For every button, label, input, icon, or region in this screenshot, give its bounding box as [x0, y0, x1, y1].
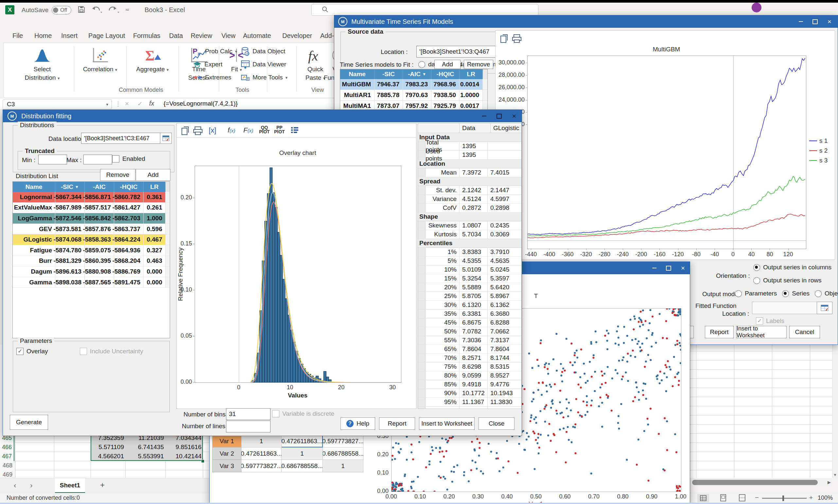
ribbon-tab-developer[interactable]: Developer — [282, 32, 312, 39]
copula-minimize-icon[interactable] — [649, 264, 659, 272]
generate-button[interactable]: Generate — [10, 415, 48, 430]
discrete-checkbox[interactable]: Variable is discrete — [272, 410, 334, 417]
sheet-prev-icon[interactable]: ‹ — [14, 482, 16, 490]
include-uncertainty-box[interactable] — [80, 348, 87, 355]
zoom-slider[interactable] — [762, 498, 807, 499]
dist-table-row-gev[interactable]: GEV-5873.581-5857.876-5863.7370.596 — [13, 224, 170, 235]
zoom-out-icon[interactable]: − — [755, 494, 759, 501]
fit-remove-button[interactable]: Remove — [100, 169, 135, 181]
mv-orient-rows-circle[interactable] — [753, 277, 760, 284]
mv-models-table[interactable]: Name-SIC-AIC▼-HQICLRMultiGBM7946.377983.… — [340, 69, 488, 112]
ribbon-tab-automate[interactable]: Automate — [243, 32, 271, 39]
ribbon-button-expert[interactable]: Expert — [193, 59, 223, 70]
dist-table-row-loggamma[interactable]: LogGamma-5872.546-5856.842-5862.7031.000 — [13, 213, 170, 224]
ribbon-button-select-distribution[interactable]: SelectDistribution ▾ — [21, 46, 64, 85]
models-table-row[interactable]: MultiGBM7946.377983.237968.960.0014 — [340, 79, 487, 90]
ribbon-button-data-object[interactable]: @Data Object — [241, 46, 285, 56]
dist-column-header-LR[interactable]: LR — [144, 182, 165, 192]
horizontal-scrollbar[interactable]: ▶ — [689, 479, 832, 486]
enter-formula-icon[interactable]: ✓ — [137, 100, 143, 108]
mv-insert-button[interactable]: Insert to Worksheet — [736, 326, 787, 338]
bins-input[interactable]: 31 — [226, 408, 270, 420]
autosave-toggle[interactable]: Off — [52, 6, 71, 14]
distribution-table[interactable]: Name-SIC▼-AIC-HQICLRLognormal-5867.344-5… — [13, 181, 170, 338]
dist-column-header-Name[interactable]: Name — [13, 182, 55, 192]
overlay-checkbox-box[interactable]: ✓ — [16, 348, 23, 355]
mv-radio-rows-circle[interactable] — [418, 61, 425, 68]
corr-cell[interactable]: 0.686788558... — [323, 448, 363, 460]
overlay-checkbox[interactable]: ✓ Overlay — [16, 348, 48, 355]
ribbon-tab-review[interactable]: Review — [191, 32, 212, 39]
row-header-468[interactable]: 468 — [0, 461, 14, 470]
sheet-tab-sheet1[interactable]: Sheet1 — [55, 478, 85, 493]
cell-value[interactable]: 5.571109 — [91, 443, 124, 452]
search-box[interactable] — [311, 4, 538, 16]
cell-value[interactable]: 6.741435 — [125, 443, 164, 452]
add-sheet-icon[interactable]: + — [100, 481, 105, 490]
mv-labels-checkbox[interactable]: ✓ Labels — [756, 317, 784, 325]
models-column-header-SIC[interactable]: -SIC — [374, 69, 403, 79]
sheet-next-icon[interactable]: › — [30, 482, 32, 490]
fit-dialog-titlebar[interactable]: M Distribution fitting × — [3, 110, 522, 122]
mv-output-mode-series[interactable]: Series — [782, 290, 809, 297]
mv-add-button[interactable]: Add — [434, 60, 460, 69]
fit-maximize-icon[interactable] — [494, 112, 504, 120]
corr-cell[interactable]: 0.597773827... — [241, 460, 282, 472]
dist-table-row-burr[interactable]: Burr-5881.329-5860.395-5868.2040.463 — [13, 256, 170, 267]
name-box[interactable]: C3 ▾ — [3, 100, 112, 109]
dist-table-row-fatigue[interactable]: Fatigue-5874.780-5859.075-5864.9360.327 — [13, 245, 170, 256]
insert-function-icon[interactable]: fx — [149, 100, 154, 107]
mv-output-mode-circle[interactable] — [735, 290, 742, 297]
cell-value[interactable]: 5.553991 — [125, 452, 164, 461]
legend-list-icon[interactable] — [291, 126, 299, 134]
ribbon-tab-pagelayout[interactable]: Page Layout — [88, 32, 125, 39]
dist-column-header-HQIC[interactable]: -HQIC — [114, 182, 144, 192]
formula-menu-icon[interactable]: ⋮ — [115, 100, 121, 108]
corr-cell[interactable]: 0.597773827... — [323, 435, 363, 448]
formula-content[interactable]: {=VoseLognormal(7.4,2.1)} — [163, 100, 238, 107]
models-column-header-HQIC[interactable]: -HQIC — [432, 69, 459, 79]
ribbon-tab-insert[interactable]: Insert — [61, 32, 77, 39]
discrete-checkbox-box[interactable] — [272, 410, 279, 417]
cdf-view-icon[interactable]: F(x) — [243, 126, 253, 134]
fit-close-button[interactable]: Close — [478, 417, 514, 430]
dist-table-row-lognormal[interactable]: Lognormal-5867.344-5856.871-5860.7820.36… — [13, 192, 170, 203]
mv-close-icon[interactable]: × — [825, 18, 834, 25]
dist-table-row-extvaluemax[interactable]: ExtValueMax-5867.989-5857.517-5861.4270.… — [13, 203, 170, 213]
correlation-table[interactable]: Var 110.472611863...0.597773827...Var 20… — [212, 435, 363, 472]
zoom-in-icon[interactable]: + — [809, 494, 813, 501]
cell-value[interactable]: 4.566201 — [91, 452, 124, 461]
min-input[interactable] — [38, 155, 67, 164]
fit-help-button[interactable]: ? Help — [341, 417, 375, 430]
cell-value[interactable]: 9.851616 — [165, 443, 202, 452]
corr-row-header[interactable]: Var 2 — [212, 448, 241, 460]
corr-cell[interactable]: 0.686788558... — [282, 460, 323, 472]
fit-minimize-icon[interactable] — [479, 112, 489, 120]
mv-output-mode-object[interactable]: Object — [815, 290, 838, 297]
dist-table-row-gamma[interactable]: Gamma-5898.038-5887.565-5891.4750.000 — [13, 277, 170, 288]
mv-output-mode-circle[interactable] — [782, 290, 789, 297]
pp-plot-icon[interactable]: PPPlOT — [274, 126, 285, 134]
corr-cell[interactable]: 1 — [323, 460, 363, 472]
view-pagelayout-icon[interactable] — [720, 494, 727, 502]
mv-report-button[interactable]: Report — [705, 326, 734, 338]
ribbon-tab-view[interactable]: View — [222, 32, 235, 39]
copy-chart-icon[interactable] — [500, 34, 509, 43]
cell-value[interactable]: 10.42144 — [165, 452, 202, 461]
name-box-dropdown-icon[interactable]: ▾ — [106, 102, 111, 107]
fit-insert-button[interactable]: Insert to Worksheet — [419, 417, 475, 430]
models-table-scroll-track[interactable] — [483, 69, 487, 79]
hscroll-thumb[interactable] — [692, 480, 818, 485]
copula-maximize-icon[interactable] — [664, 264, 674, 272]
mv-labels-checkbox-box[interactable]: ✓ — [756, 317, 763, 325]
hscroll-right-icon[interactable]: ▶ — [827, 480, 831, 485]
row-header-469[interactable]: 469 — [0, 470, 14, 478]
stats-panel[interactable]: DataGLogisticInput DataTotal points1395U… — [418, 123, 522, 409]
max-input[interactable] — [83, 155, 112, 164]
copy-chart-icon[interactable] — [181, 126, 190, 135]
mv-output-mode-circle[interactable] — [815, 290, 822, 297]
ribbon-tab-file[interactable]: File — [13, 32, 23, 39]
view-normal-icon[interactable] — [697, 494, 709, 502]
ribbon-tab-home[interactable]: Home — [34, 32, 52, 39]
mv-dialog-titlebar[interactable]: M Multivariate Time Series Fit Models × — [334, 15, 838, 28]
